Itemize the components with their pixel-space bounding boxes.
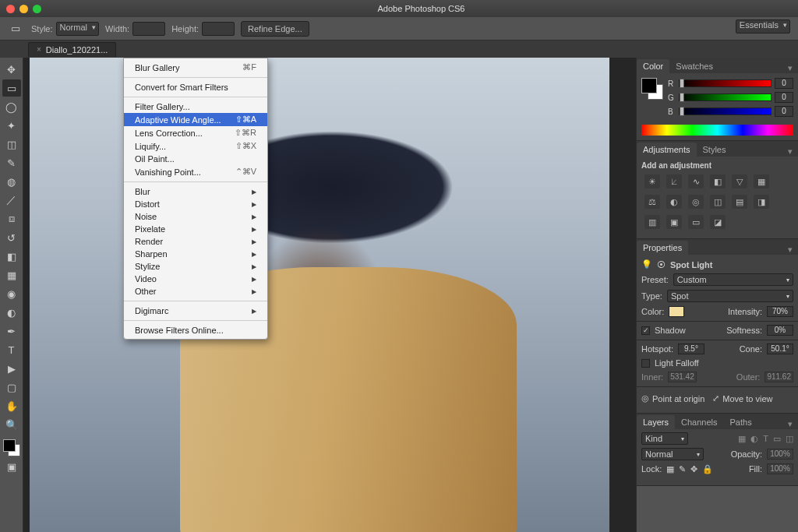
color-spectrum[interactable] bbox=[641, 125, 793, 136]
menu-render[interactable]: Render bbox=[124, 235, 267, 248]
cone-value[interactable]: 50.1° bbox=[767, 344, 793, 354]
crop-tool[interactable]: ◫ bbox=[2, 136, 21, 153]
lock-transparent-icon[interactable]: ▦ bbox=[666, 464, 674, 474]
posterize-icon[interactable]: ▥ bbox=[644, 215, 660, 229]
path-selection-tool[interactable]: ▶ bbox=[2, 360, 21, 377]
fill-value[interactable]: 100% bbox=[767, 463, 793, 474]
menu-noise[interactable]: Noise bbox=[124, 210, 267, 223]
type-select[interactable]: Spot bbox=[667, 290, 793, 302]
color-swatch[interactable] bbox=[3, 439, 20, 456]
menu-lens-correction[interactable]: Lens Correction...⇧⌘R bbox=[124, 126, 267, 139]
selective-color-icon[interactable]: ◪ bbox=[710, 215, 726, 229]
menu-browse-filters[interactable]: Browse Filters Online... bbox=[124, 324, 267, 336]
gradient-tool[interactable]: ▦ bbox=[2, 266, 21, 284]
gradient-map-icon[interactable]: ▭ bbox=[688, 215, 704, 229]
shadow-checkbox[interactable] bbox=[641, 326, 650, 335]
eyedropper-tool[interactable]: ✎ bbox=[2, 154, 21, 171]
brush-tool[interactable]: ／ bbox=[2, 192, 21, 209]
tab-properties[interactable]: Properties bbox=[637, 241, 688, 255]
close-tab-icon[interactable]: × bbox=[37, 45, 41, 54]
close-window-icon[interactable] bbox=[6, 5, 15, 13]
threshold-icon[interactable]: ▣ bbox=[666, 215, 682, 229]
hue-sat-icon[interactable]: ▦ bbox=[754, 174, 769, 188]
hotspot-value[interactable]: 9.5° bbox=[678, 344, 704, 354]
panel-menu-icon[interactable]: ▾ bbox=[782, 63, 798, 73]
canvas-area[interactable]: Blur Gallery⌘F Convert for Smart Filters… bbox=[23, 58, 636, 532]
move-to-view-button[interactable]: ⤢Move to view bbox=[712, 393, 772, 403]
tab-adjustments[interactable]: Adjustments bbox=[637, 143, 697, 157]
blend-mode-select[interactable]: Normal bbox=[641, 448, 704, 460]
lock-position-icon[interactable]: ✥ bbox=[690, 464, 697, 474]
menu-liquify[interactable]: Liquify...⇧⌘X bbox=[124, 139, 267, 153]
panel-fg-swatch[interactable] bbox=[641, 78, 657, 93]
r-slider[interactable] bbox=[679, 79, 772, 87]
style-select[interactable]: Normal bbox=[56, 22, 99, 36]
tab-channels[interactable]: Channels bbox=[675, 415, 723, 429]
menu-filter-gallery[interactable]: Filter Gallery... bbox=[124, 100, 267, 113]
color-balance-icon[interactable]: ⚖ bbox=[644, 195, 660, 209]
history-brush-tool[interactable]: ↺ bbox=[2, 229, 21, 246]
intensity-value[interactable]: 70% bbox=[767, 306, 793, 317]
r-value[interactable]: 0 bbox=[775, 78, 793, 89]
pen-tool[interactable]: ✒ bbox=[2, 322, 21, 340]
menu-blur-gallery[interactable]: Blur Gallery⌘F bbox=[124, 61, 267, 74]
type-tool[interactable]: T bbox=[2, 341, 21, 358]
panel-menu-icon[interactable]: ▾ bbox=[782, 245, 798, 255]
brightness-icon[interactable]: ☀ bbox=[644, 174, 660, 188]
menu-convert-smart-filters[interactable]: Convert for Smart Filters bbox=[124, 81, 267, 93]
b-value[interactable]: 0 bbox=[775, 106, 793, 117]
light-falloff-checkbox[interactable] bbox=[641, 359, 650, 368]
panel-menu-icon[interactable]: ▾ bbox=[782, 146, 798, 157]
panel-menu-icon[interactable]: ▾ bbox=[782, 419, 798, 429]
hand-tool[interactable]: ✋ bbox=[2, 397, 21, 414]
tab-swatches[interactable]: Swatches bbox=[669, 59, 719, 73]
lock-image-icon[interactable]: ✎ bbox=[679, 464, 686, 474]
menu-adaptive-wide-angle[interactable]: Adaptive Wide Angle...⇧⌘A bbox=[124, 113, 267, 126]
lock-all-icon[interactable]: 🔒 bbox=[702, 464, 713, 474]
magic-wand-tool[interactable]: ✦ bbox=[2, 117, 21, 134]
tab-layers[interactable]: Layers bbox=[637, 415, 675, 429]
menu-stylize[interactable]: Stylize bbox=[124, 260, 267, 273]
filter-adjustment-icon[interactable]: ◐ bbox=[750, 434, 758, 444]
exposure-icon[interactable]: ◧ bbox=[710, 174, 726, 188]
width-input[interactable] bbox=[132, 22, 165, 36]
dodge-tool[interactable]: ◐ bbox=[2, 304, 21, 321]
panel-color-swatch[interactable] bbox=[641, 78, 663, 100]
menu-distort[interactable]: Distort bbox=[124, 198, 267, 210]
color-lookup-icon[interactable]: ▤ bbox=[732, 195, 747, 209]
marquee-tool[interactable]: ▭ bbox=[2, 79, 21, 97]
menu-vanishing-point[interactable]: Vanishing Point...⌃⌘V bbox=[124, 165, 267, 178]
bw-icon[interactable]: ◐ bbox=[666, 195, 682, 209]
zoom-window-icon[interactable] bbox=[33, 5, 41, 13]
foreground-color-swatch[interactable] bbox=[3, 439, 16, 452]
menu-sharpen[interactable]: Sharpen bbox=[124, 248, 267, 260]
g-slider[interactable] bbox=[679, 93, 772, 101]
photo-filter-icon[interactable]: ◎ bbox=[688, 195, 704, 209]
menu-pixelate[interactable]: Pixelate bbox=[124, 223, 267, 235]
b-slider[interactable] bbox=[679, 107, 772, 115]
blur-tool[interactable]: ◉ bbox=[2, 285, 21, 302]
point-at-origin-button[interactable]: ◎Point at origin bbox=[641, 393, 704, 403]
opacity-value[interactable]: 100% bbox=[767, 449, 793, 460]
softness-value[interactable]: 0% bbox=[767, 325, 793, 336]
channel-mixer-icon[interactable]: ◫ bbox=[710, 195, 726, 209]
tab-styles[interactable]: Styles bbox=[697, 143, 733, 157]
healing-brush-tool[interactable]: ◍ bbox=[2, 173, 21, 190]
rectangle-tool[interactable]: ▢ bbox=[2, 379, 21, 396]
quick-mask-icon[interactable]: ▣ bbox=[2, 458, 21, 475]
filter-smart-icon[interactable]: ◫ bbox=[786, 434, 793, 444]
tab-color[interactable]: Color bbox=[637, 59, 669, 73]
move-tool[interactable]: ✥ bbox=[2, 61, 21, 78]
refine-edge-button[interactable]: Refine Edge... bbox=[241, 21, 309, 37]
document-tab[interactable]: × Diallo_120221... bbox=[28, 42, 116, 57]
menu-blur[interactable]: Blur bbox=[124, 185, 267, 198]
layer-filter-kind[interactable]: Kind bbox=[641, 432, 688, 445]
filter-type-icon[interactable]: T bbox=[763, 434, 768, 444]
height-input[interactable] bbox=[202, 22, 235, 36]
minimize-window-icon[interactable] bbox=[19, 5, 28, 13]
preset-select[interactable]: Custom bbox=[673, 273, 793, 286]
curves-icon[interactable]: ∿ bbox=[688, 174, 704, 188]
tab-paths[interactable]: Paths bbox=[724, 415, 758, 429]
menu-oil-paint[interactable]: Oil Paint... bbox=[124, 153, 267, 165]
invert-icon[interactable]: ◨ bbox=[754, 195, 769, 209]
